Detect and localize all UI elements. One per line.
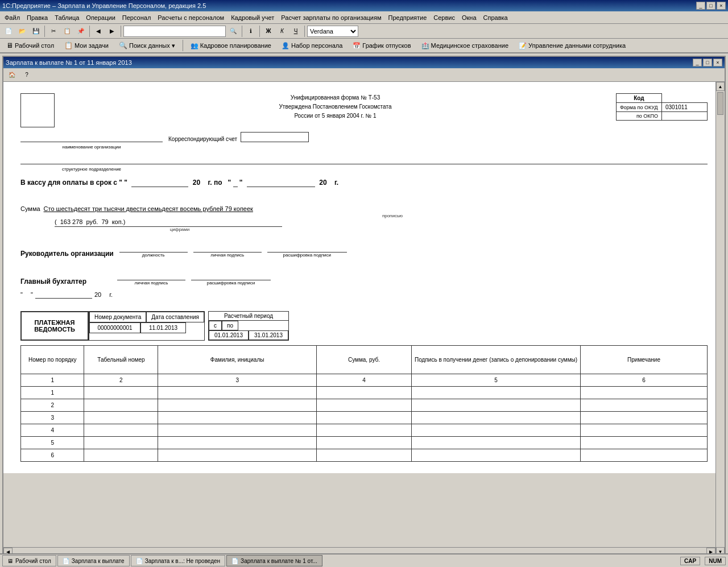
col-header-2: Табельный номер — [84, 346, 158, 374]
taskbar-doc3-icon: 📄 — [231, 558, 238, 564]
sum-section: Сумма Сто шестьдесят три тысячи двести с… — [20, 205, 708, 232]
menu-table[interactable]: Таблица — [51, 13, 82, 22]
doc-help-btn[interactable]: ? — [20, 69, 33, 81]
nav-recruitment[interactable]: 👤 Набор персонала — [278, 40, 346, 51]
data-table: Номер по порядку Табельный номер Фамилия… — [20, 345, 708, 462]
doc-content: Унифицированная форма № Т-53 Утверждена … — [3, 82, 725, 473]
vacation-icon: 📅 — [353, 42, 361, 49]
nav-vacation[interactable]: 📅 График отпусков — [349, 40, 415, 51]
nav-desktop[interactable]: 🖥 Рабочий стол — [2, 40, 58, 51]
col-header-3: Фамилия, инициалы — [158, 346, 317, 374]
tb-back[interactable]: ◀ — [92, 25, 105, 38]
row-num-1: 1 — [21, 387, 84, 399]
col-num-3: 3 — [158, 374, 317, 387]
menu-payroll[interactable]: Расчеты с персоналом — [154, 13, 228, 22]
doc-minimize[interactable]: _ — [693, 59, 702, 67]
tb-bold[interactable]: Ж — [262, 25, 275, 38]
tb-open[interactable]: 📂 — [16, 25, 28, 38]
search-nav-icon: 🔍 — [119, 42, 127, 49]
menu-ops[interactable]: Операции — [82, 13, 118, 22]
menu-enterprise[interactable]: Предприятие — [385, 13, 431, 22]
num-indicator: NUM — [705, 557, 726, 565]
employee-data-icon: 📝 — [519, 42, 527, 49]
doc-maximize[interactable]: □ — [703, 59, 712, 67]
table-row: 2 — [21, 399, 708, 412]
tb-cut[interactable]: ✂ — [47, 25, 60, 38]
doc-icon-btn[interactable]: 🏠 — [6, 69, 18, 81]
nav-bar: 🖥 Рабочий стол 📋 Мои задачи 🔍 Поиск данн… — [0, 39, 728, 53]
font-select[interactable]: Verdana — [307, 26, 358, 37]
hr-planning-icon: 👥 — [191, 42, 198, 49]
menu-hr[interactable]: Кадровый учет — [228, 13, 278, 22]
menu-service[interactable]: Сервис — [430, 13, 458, 22]
doc-window: Зарплата к выплате № 1 от 11 января 2013… — [2, 56, 726, 557]
payment-title-box: ПЛАТЕЖНАЯ ВЕДОМОСТЬ — [20, 311, 89, 341]
col-num-2: 2 — [84, 374, 158, 387]
nav-tasks[interactable]: 📋 Мои задачи — [60, 40, 113, 51]
doc-controls[interactable]: _ □ × — [693, 59, 722, 67]
table-row: 6 — [21, 449, 708, 462]
row-num-3: 3 — [21, 412, 84, 424]
doc-toolbar: 🏠 ? — [3, 68, 725, 82]
tasks-icon: 📋 — [64, 42, 73, 49]
tb-save[interactable]: 💾 — [30, 25, 42, 38]
taskbar-doc1-icon: 📄 — [63, 558, 69, 564]
scrollbar-v[interactable]: ▲ ▼ — [715, 82, 725, 556]
menu-edit[interactable]: Правка — [23, 13, 51, 22]
menu-file[interactable]: Файл — [1, 13, 23, 22]
menu-help[interactable]: Справка — [480, 13, 511, 22]
scroll-up-btn[interactable]: ▲ — [716, 82, 725, 91]
form-header-text: Унифицированная форма № Т-53 Утверждена … — [279, 93, 392, 121]
nav-employee-data[interactable]: 📝 Управление данными сотрудника — [515, 40, 630, 51]
scroll-thumb[interactable] — [717, 92, 723, 115]
app-title: 1С:Предприятие – Зарплата и Управление П… — [2, 2, 206, 9]
col-header-4: Сумма, руб. — [316, 346, 411, 374]
tb-new[interactable]: 📄 — [2, 25, 15, 38]
row-num-6: 6 — [21, 449, 84, 462]
tb-info[interactable]: ℹ — [245, 25, 257, 38]
nav-search[interactable]: 🔍 Поиск данных ▾ — [115, 40, 179, 51]
col-num-5: 5 — [412, 374, 581, 387]
tb-sep-5 — [259, 26, 260, 37]
toolbar: 📄 📂 💾 ✂ 📋 📌 ◀ ▶ 🔍 ℹ Ж К Ч Verdana — [0, 24, 728, 39]
nav-medical[interactable]: 🏥 Медицинское страхование — [417, 40, 512, 51]
tb-paste[interactable]: 📌 — [75, 25, 87, 38]
medical-icon: 🏥 — [421, 42, 429, 49]
tb-sep-6 — [304, 26, 305, 37]
table-row: 4 — [21, 424, 708, 437]
nav-hr-planning[interactable]: 👥 Кадровое планирование — [187, 40, 275, 51]
row-num-4: 4 — [21, 424, 84, 437]
menu-salary[interactable]: Расчет зарплаты по организациям — [278, 13, 384, 22]
taskbar-salary2[interactable]: 📄 Зарплата к в...: Не проведен — [131, 555, 225, 566]
tb-italic[interactable]: К — [276, 25, 288, 38]
window-inner: Унифицированная форма № Т-53 Утверждена … — [3, 82, 725, 556]
minimize-btn[interactable]: _ — [696, 2, 705, 10]
title-controls[interactable]: _ □ × — [696, 2, 726, 10]
taskbar-desktop-icon: 🖥 — [7, 558, 13, 564]
col-num-6: 6 — [581, 374, 708, 387]
taskbar-desktop[interactable]: 🖥 Рабочий стол — [2, 555, 56, 566]
tb-copy[interactable]: 📋 — [61, 25, 73, 38]
tb-sep-3 — [121, 26, 121, 37]
menu-bar: Файл Правка Таблица Операции Персонал Ра… — [0, 11, 728, 24]
menu-windows[interactable]: Окна — [458, 13, 480, 22]
taskbar-salary1[interactable]: 📄 Зарплата к выплате — [57, 555, 130, 566]
table-row: 5 — [21, 437, 708, 449]
code-section: Код Форма по ОКУД 0301011 по ОКПО — [616, 93, 708, 121]
col-num-4: 4 — [316, 374, 411, 387]
doc-close[interactable]: × — [713, 59, 722, 67]
tb-sep-1 — [44, 26, 45, 37]
close-btn[interactable]: × — [717, 2, 726, 10]
search-input[interactable] — [123, 26, 226, 37]
col-header-6: Примечание — [581, 346, 708, 374]
tb-underline[interactable]: Ч — [289, 25, 302, 38]
col-header-1: Номер по порядку — [21, 346, 84, 374]
period-box: Расчетный период с по 01.01.2013 31.01.2… — [208, 311, 289, 341]
search-btn[interactable]: 🔍 — [227, 25, 239, 38]
tb-sep-4 — [242, 26, 242, 37]
row-num-2: 2 — [21, 399, 84, 412]
maximize-btn[interactable]: □ — [706, 2, 715, 10]
tb-forward[interactable]: ▶ — [106, 25, 118, 38]
menu-personnel[interactable]: Персонал — [119, 13, 155, 22]
taskbar-salary3[interactable]: 📄 Зарплата к выплате № 1 от... — [226, 555, 322, 566]
